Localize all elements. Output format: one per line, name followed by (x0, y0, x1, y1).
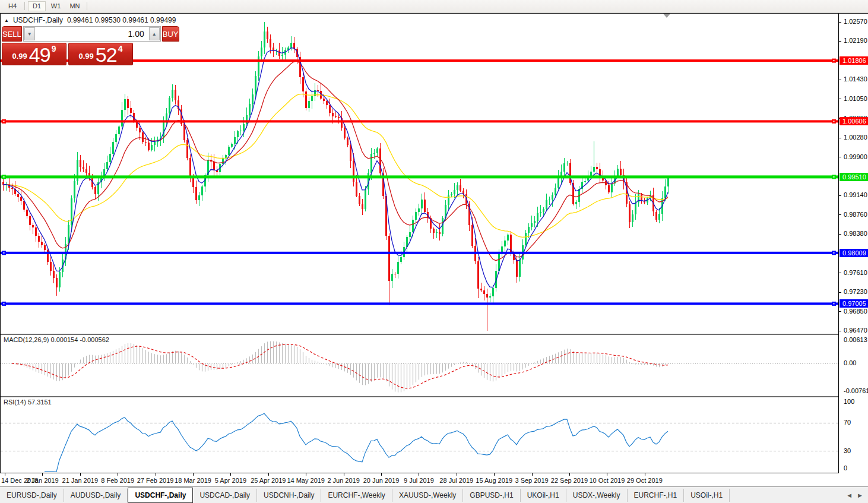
price-tick-mark (839, 138, 841, 138)
volume-decrease-button[interactable]: ▼ (24, 27, 35, 40)
date-label: 3 Sep 2019 (515, 477, 548, 484)
tab-usdchf-daily[interactable]: USDCHF-,Daily (128, 488, 193, 503)
date-tick-mark (645, 473, 645, 476)
chart-tab-bar: EURUSD-,DailyAUDUSD-,DailyUSDCHF-,DailyU… (0, 486, 868, 503)
price-tick-mark (839, 99, 841, 99)
price-tick-label: 0.96470 (844, 327, 867, 334)
date-label: 28 Jul 2019 (439, 477, 473, 484)
indicator-axis-label: 0.00 (844, 359, 856, 366)
tab-scroll-left-icon[interactable]: ◄ (846, 492, 853, 499)
date-tick-mark (344, 473, 344, 476)
price-tick-label: 0.97230 (844, 288, 867, 295)
date-label: 18 Mar 2019 (175, 477, 211, 484)
timeframe-toolbar: H4D1W1MN (0, 0, 868, 12)
price-level-badge: 1.00606 (840, 117, 868, 125)
chart-left-border (0, 14, 1, 473)
tab-usoil-h1[interactable]: USOil-,H1 (684, 489, 730, 502)
chart-shift-marker-icon[interactable] (663, 14, 670, 18)
sell-price-pip-digit: 9 (52, 44, 56, 53)
date-axis: 14 Dec 20182 Jan 201921 Jan 20198 Feb 20… (0, 473, 838, 486)
tab-usdcad-daily[interactable]: USDCAD-,Daily (193, 489, 257, 502)
horizontal-level-line[interactable] (1, 175, 838, 178)
volume-increase-button[interactable]: ▲ (149, 27, 160, 40)
price-tick-label: 0.98380 (844, 230, 867, 237)
trading-terminal-window: H4D1W1MN ▲ USDCHF-,Daily 0.99461 0.99530… (0, 0, 868, 503)
date-tick-mark (607, 473, 607, 476)
macd-indicator-pane[interactable] (1, 335, 838, 396)
price-tick-label: 0.96850 (844, 308, 867, 315)
price-tick-mark (839, 41, 841, 42)
date-label: 5 Apr 2019 (215, 477, 246, 484)
price-tick-mark (839, 22, 841, 23)
chart-title: ▲ USDCHF-,Daily 0.99461 0.99530 0.99461 … (4, 16, 176, 24)
tab-scroll-right-icon[interactable]: ► (857, 492, 863, 499)
buy-button[interactable]: BUY (162, 26, 179, 42)
price-level-badge: 0.98009 (840, 249, 868, 257)
date-tick-mark (118, 473, 118, 476)
date-label: 22 Sep 2019 (551, 477, 588, 484)
price-tick-mark (839, 214, 841, 215)
sell-price-panel[interactable]: 0.99 49 9 (2, 43, 66, 65)
date-label: 8 Feb 2019 (101, 477, 134, 484)
price-tick-label: 1.01050 (844, 95, 867, 102)
tab-usdx-weekly[interactable]: USDX-,Weekly (566, 489, 628, 502)
price-tick-mark (839, 273, 841, 273)
price-tick-label: 0.99900 (844, 153, 867, 160)
tab-xauusd-weekly[interactable]: XAUUSD-,Weekly (392, 489, 463, 502)
indicator-axis-label: 0 (844, 464, 847, 472)
tab-eurusd-daily[interactable]: EURUSD-,Daily (0, 489, 64, 502)
toolbar-separator (87, 2, 87, 10)
horizontal-level-line[interactable] (1, 302, 838, 305)
chart-symbol-label: USDCHF-,Daily (13, 16, 63, 24)
collapse-arrow-icon[interactable]: ▲ (4, 18, 9, 23)
indicator-axis-label: 30 (844, 447, 851, 454)
date-tick-mark (5, 473, 5, 476)
tab-audusd-daily[interactable]: AUDUSD-,Daily (64, 489, 128, 502)
tab-eurchf-weekly[interactable]: EURCHF-,Weekly (321, 489, 392, 502)
date-label: 15 Aug 2019 (476, 477, 512, 484)
rsi-indicator-pane[interactable] (1, 397, 838, 473)
pane-separator[interactable] (0, 334, 868, 335)
volume-control: ▼ ▲ (23, 26, 161, 42)
tab-gbpusd-h1[interactable]: GBPUSD-,H1 (463, 489, 520, 502)
tab-ukoil-h1[interactable]: UKOil-,H1 (521, 489, 566, 502)
price-tick-label: 1.01430 (844, 75, 867, 83)
price-level-badge: 0.99510 (840, 173, 868, 181)
date-label: 14 May 2019 (287, 477, 325, 484)
horizontal-level-line[interactable] (1, 252, 838, 254)
tab-eurchf-h1[interactable]: EURCHF-,H1 (628, 489, 685, 502)
buy-price-pip-digit: 4 (118, 44, 123, 53)
date-tick-mark (80, 473, 81, 476)
date-tick-mark (42, 473, 43, 476)
price-tick-label: 1.02570 (844, 18, 867, 25)
pane-separator[interactable] (0, 396, 868, 397)
date-label: 25 Apr 2019 (251, 477, 286, 484)
indicator-axis-label: 100 (844, 398, 854, 405)
sell-button[interactable]: SELL (2, 26, 22, 42)
date-tick-mark (193, 473, 194, 476)
date-tick-mark (494, 473, 495, 476)
date-tick-mark (306, 473, 306, 476)
indicator-axis-label: -0.007612 (844, 387, 868, 394)
tab-usdcnh-daily[interactable]: USDCNH-,Daily (257, 489, 321, 502)
volume-input[interactable] (36, 27, 148, 41)
timeframe-button-h4[interactable]: H4 (4, 1, 21, 11)
buy-price-big-digits: 52 (96, 46, 117, 64)
horizontal-level-line[interactable] (1, 120, 838, 122)
price-tick-mark (839, 195, 841, 196)
price-tick-mark (839, 157, 841, 157)
date-label: 21 Jan 2019 (62, 477, 99, 484)
timeframe-button-w1[interactable]: W1 (47, 1, 65, 11)
timeframe-button-mn[interactable]: MN (66, 1, 84, 11)
timeframe-button-d1[interactable]: D1 (28, 1, 46, 11)
price-tick-label: 0.98760 (844, 211, 867, 218)
date-label: 2 Jan 2019 (26, 477, 58, 484)
price-tick-label: 0.99140 (844, 191, 867, 198)
date-label: 10 Oct 2019 (589, 477, 625, 484)
buy-price-panel[interactable]: 0.99 52 4 (68, 43, 133, 65)
date-label: 20 Jun 2019 (363, 477, 400, 484)
date-tick-mark (457, 473, 457, 476)
price-tick-mark (839, 292, 841, 293)
one-click-trading-panel: SELL ▼ ▲ BUY 0.99 49 9 0.99 52 4 (2, 26, 133, 65)
date-tick-mark (268, 473, 269, 476)
